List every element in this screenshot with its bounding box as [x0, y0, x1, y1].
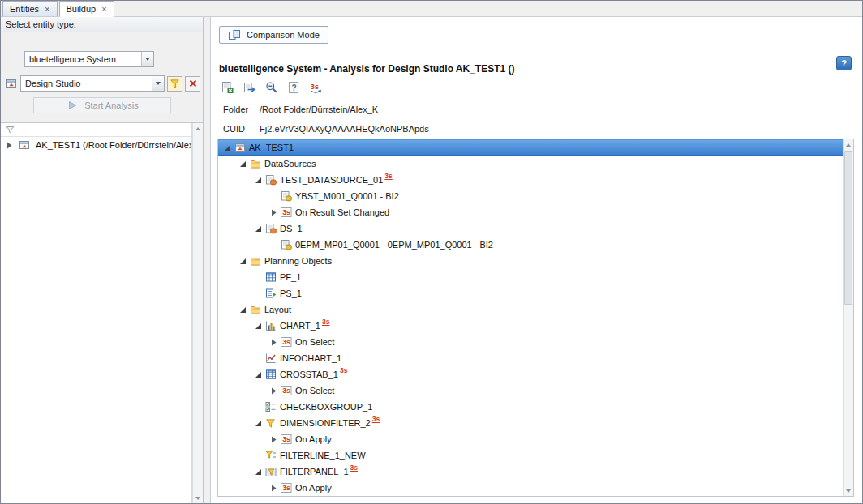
tree-node-label: DS_1: [280, 224, 303, 233]
expander-expanded-icon[interactable]: [237, 258, 248, 265]
tree-node[interactable]: 3sOn Result Set Changed: [218, 204, 843, 220]
tab-buildup[interactable]: Buildup ×: [59, 1, 114, 17]
tab-entities[interactable]: Entities ×: [2, 1, 58, 16]
tree-node[interactable]: TEST_DATASOURCE_013s: [218, 172, 843, 188]
folder-value: /Root Folder/Dürrstein/Alex_K: [260, 105, 378, 114]
tree-node[interactable]: 0EPM_MP01_Q0001 - 0EPM_MP01_Q0001 - BI2: [218, 237, 843, 253]
entity-list: AK_TEST1 (/Root Folder/Dürrstein/Alex_K): [1, 122, 203, 503]
tree-node-label: Layout: [264, 305, 291, 314]
expander-expanded-icon[interactable]: [221, 144, 233, 152]
scroll-up-icon[interactable]: [193, 123, 203, 134]
tree-node[interactable]: 3sOn Apply: [218, 431, 843, 447]
checkboxgroup-icon: [264, 401, 277, 412]
edit-filter-button[interactable]: [167, 76, 182, 92]
entity-type-header: Select entity type:: [1, 17, 203, 32]
chevron-down-icon[interactable]: [141, 52, 153, 66]
cuid-value: Fj2.eVrV3QIAXyQAAAAHEQkAoNPBApds: [260, 124, 429, 134]
tree-node[interactable]: DIMENSIONFILTER_23s: [218, 415, 843, 431]
export-excel-icon[interactable]: [221, 80, 235, 95]
expander-expanded-icon[interactable]: [252, 371, 264, 378]
tree-node[interactable]: 3sOn Select: [218, 334, 843, 350]
expander-expanded-icon[interactable]: [252, 420, 264, 427]
expander-expanded-icon[interactable]: [252, 322, 264, 330]
svg-text:?: ?: [292, 83, 297, 92]
analysis-panel: Comparison Mode bluetelligence System - …: [210, 17, 862, 503]
tree-node-label: On Apply: [295, 483, 332, 493]
tree-node-label: On Select: [295, 337, 334, 347]
clear-filter-button[interactable]: [185, 76, 200, 92]
tree-scrollbar[interactable]: [843, 139, 853, 496]
tree-node[interactable]: FILTERLINE_1_NEW: [218, 447, 843, 463]
event3s-icon: 3s: [279, 434, 293, 445]
folder-row: Folder /Root Folder/Dürrstein/Alex_K: [223, 105, 378, 114]
tab-close-icon[interactable]: ×: [101, 5, 106, 13]
crosstab-icon: [264, 369, 277, 380]
svg-text:3s: 3s: [282, 338, 290, 346]
expander-collapsed-icon[interactable]: [268, 485, 279, 492]
tree-node[interactable]: 3sOn Apply: [218, 480, 843, 496]
tree-node[interactable]: CHECKBOXGROUP_1: [218, 399, 843, 415]
start-analysis-button[interactable]: Start Analysis: [33, 97, 171, 113]
entity-combo[interactable]: Design Studio: [20, 75, 165, 92]
expander-collapsed-icon[interactable]: [268, 209, 279, 216]
help-button[interactable]: ?: [836, 56, 852, 70]
scroll-down-icon[interactable]: [844, 485, 853, 496]
expander-collapsed-icon[interactable]: [3, 142, 15, 149]
expander-collapsed-icon[interactable]: [268, 387, 279, 395]
tree-node[interactable]: DS_1: [218, 220, 843, 237]
tree-node-label: DataSources: [264, 159, 316, 169]
system-combo[interactable]: bluetelligence System: [24, 51, 154, 67]
expander-expanded-icon[interactable]: [252, 177, 264, 184]
folder-icon: [248, 255, 262, 267]
list-filter-row[interactable]: [1, 123, 191, 137]
tree-node[interactable]: CROSSTAB_13s: [218, 366, 843, 382]
filter-row-icon: [3, 123, 16, 136]
expander-expanded-icon[interactable]: [237, 306, 248, 314]
chevron-down-icon[interactable]: [152, 76, 164, 91]
tree-node[interactable]: INFOCHART_1: [218, 350, 843, 366]
app-window: Entities × Buildup × Select entity type:…: [0, 0, 863, 504]
svg-text:3s: 3s: [282, 208, 290, 216]
cuid-row: CUID Fj2.eVrV3QIAXyQAAAAHEQkAoNPBApds: [223, 124, 429, 134]
help-doc-icon[interactable]: ?: [286, 80, 301, 95]
folder-icon: [248, 304, 262, 315]
folder-icon: [248, 158, 262, 169]
tab-close-icon[interactable]: ×: [45, 5, 49, 13]
three-s-icon[interactable]: 3s: [308, 80, 323, 95]
scrollbar-thumb[interactable]: [844, 151, 852, 305]
tree-node[interactable]: Planning Objects: [218, 253, 843, 269]
tree-node[interactable]: YBST_M001_Q0001 - BI2: [218, 188, 843, 204]
tree-node[interactable]: PF_1: [218, 269, 843, 285]
left-list-scrollbar[interactable]: [192, 123, 203, 503]
left-panel: Select entity type: bluetelligence Syste…: [1, 17, 204, 503]
comparison-mode-button[interactable]: Comparison Mode: [219, 26, 328, 44]
tree-node-label: AK_TEST1: [249, 143, 294, 152]
tree-node[interactable]: PS_1: [218, 285, 843, 301]
tree-node[interactable]: CHART_13s: [218, 318, 843, 334]
expander-expanded-icon[interactable]: [237, 160, 248, 168]
svg-text:3s: 3s: [282, 484, 290, 492]
tree-node[interactable]: 3sOn Select: [218, 382, 843, 399]
tree-node[interactable]: Layout: [218, 301, 843, 318]
expander-collapsed-icon[interactable]: [268, 339, 279, 346]
entity-list-row[interactable]: AK_TEST1 (/Root Folder/Dürrstein/Alex_K): [1, 137, 191, 153]
expander-expanded-icon[interactable]: [252, 225, 264, 233]
play-icon: [66, 99, 79, 112]
entity-list-rows: AK_TEST1 (/Root Folder/Dürrstein/Alex_K): [1, 137, 191, 153]
tree-node[interactable]: FILTERPANEL_13s: [218, 463, 843, 480]
tree-node[interactable]: DataSources: [218, 156, 843, 172]
event3s-icon: 3s: [279, 336, 293, 348]
tree-node[interactable]: AK_TEST1: [218, 139, 843, 156]
folder-label: Folder: [223, 105, 257, 114]
entity-combo-value: Design Studio: [21, 79, 152, 88]
scroll-down-icon[interactable]: [193, 493, 203, 503]
transport-icon[interactable]: [243, 80, 257, 95]
zoom-out-icon[interactable]: [264, 80, 279, 95]
tree-node-label: YBST_M001_Q0001 - BI2: [295, 191, 399, 201]
scroll-up-icon[interactable]: [844, 139, 853, 150]
filter-icon: [169, 77, 182, 90]
expander-expanded-icon[interactable]: [252, 468, 264, 476]
tree-node-label: Planning Objects: [264, 256, 332, 266]
cuid-label: CUID: [223, 124, 257, 134]
expander-collapsed-icon[interactable]: [268, 436, 279, 443]
